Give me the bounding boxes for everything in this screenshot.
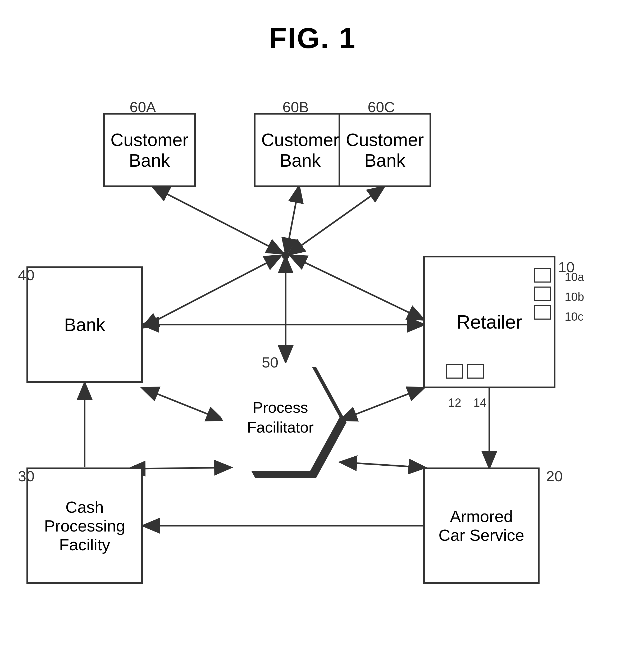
svg-line-10 bbox=[341, 462, 424, 467]
label-20: 20 bbox=[546, 467, 562, 485]
hub-dot bbox=[282, 251, 290, 259]
terminal-10a bbox=[534, 268, 551, 283]
svg-line-0 bbox=[153, 187, 283, 253]
label-50: 50 bbox=[262, 354, 278, 371]
label-14: 14 bbox=[474, 396, 486, 409]
label-40: 40 bbox=[18, 266, 34, 284]
customer-bank-60c: Customer Bank bbox=[339, 113, 431, 187]
svg-line-4 bbox=[291, 256, 423, 319]
bank-node: Bank bbox=[26, 266, 143, 383]
label-10c: 10c bbox=[565, 310, 583, 323]
terminal-10c bbox=[534, 305, 551, 319]
page-title: FIG. 1 bbox=[0, 0, 625, 71]
terminal-10b bbox=[534, 287, 551, 301]
svg-line-2 bbox=[289, 187, 384, 254]
terminal-14 bbox=[467, 364, 484, 379]
svg-line-1 bbox=[286, 187, 299, 254]
label-10a: 10a bbox=[565, 270, 584, 284]
retailer-node: Retailer bbox=[423, 256, 555, 388]
svg-line-7 bbox=[143, 388, 222, 420]
svg-line-3 bbox=[143, 256, 280, 327]
label-30: 30 bbox=[18, 467, 34, 485]
customer-bank-60b: Customer Bank bbox=[254, 113, 346, 187]
svg-line-9 bbox=[341, 388, 423, 420]
terminal-12 bbox=[446, 364, 463, 379]
label-60c: 60C bbox=[368, 98, 395, 116]
label-60b: 60B bbox=[283, 98, 309, 116]
label-12: 12 bbox=[448, 396, 461, 409]
label-10b: 10b bbox=[565, 290, 584, 304]
armored-car-node: Armored Car Service bbox=[423, 467, 539, 584]
label-60a: 60A bbox=[129, 98, 156, 116]
diagram: Customer Bank 60A Customer Bank 60B Cust… bbox=[0, 71, 625, 653]
process-facilitator-node: Process Facilitator bbox=[219, 362, 352, 483]
svg-line-8 bbox=[129, 467, 230, 469]
cash-processing-node: Cash Processing Facility bbox=[26, 467, 143, 584]
customer-bank-60a: Customer Bank bbox=[103, 113, 196, 187]
